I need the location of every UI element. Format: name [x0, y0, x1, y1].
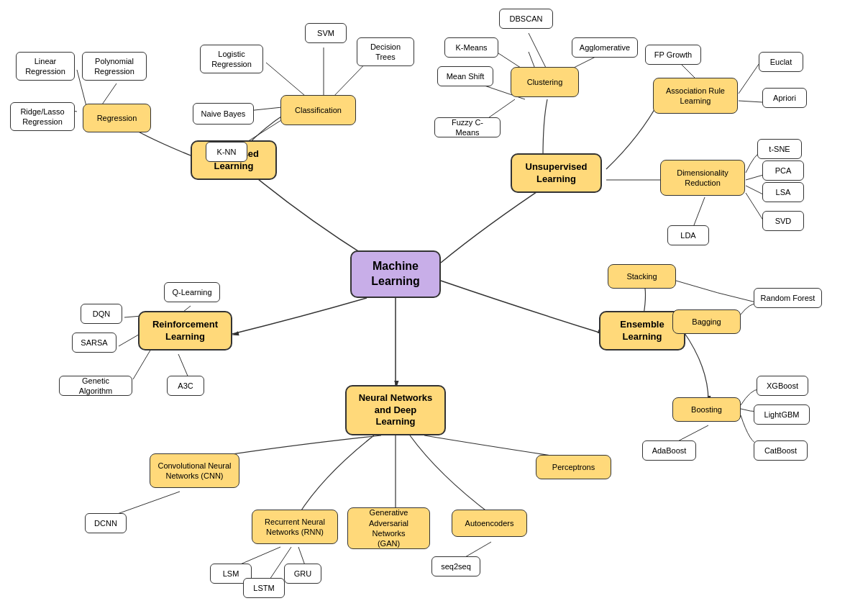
node-label-lightgbm: LightGBM [764, 410, 800, 420]
node-pca: PCA [762, 160, 804, 181]
node-assoc-rule: Association RuleLearning [653, 78, 738, 114]
node-fuzzy-cmeans: Fuzzy C-Means [434, 117, 501, 137]
node-label-classification: Classification [295, 105, 342, 115]
node-decision-trees: DecisionTrees [357, 37, 414, 66]
node-tsne: t-SNE [757, 139, 802, 159]
node-label-lda: LDA [680, 230, 695, 240]
node-clustering: Clustering [511, 67, 579, 97]
node-label-agglomerative: Agglomerative [580, 42, 630, 53]
node-perceptrons: Perceptrons [536, 455, 611, 479]
node-linear-reg: LinearRegression [16, 52, 75, 81]
node-label-svd: SVD [775, 216, 792, 226]
node-a3c: A3C [167, 376, 204, 396]
node-label-ridge-lasso: Ridge/LassoRegression [20, 107, 64, 127]
node-logistic-reg: LogisticRegression [200, 45, 263, 73]
node-label-stacking: Stacking [626, 271, 657, 281]
svg-line-3 [266, 63, 309, 99]
node-label-pca: PCA [775, 166, 792, 176]
node-dim-reduction: DimensionalityReduction [660, 160, 745, 196]
node-label-a3c: A3C [178, 381, 193, 391]
node-genetic: Genetic Algorithm [59, 376, 132, 396]
node-cnn: Convolutional NeuralNetworks (CNN) [150, 453, 239, 488]
node-label-boosting: Boosting [691, 404, 722, 415]
node-label-regression: Regression [97, 113, 137, 123]
node-label-machine-learning: Machine Learning [362, 259, 429, 289]
node-label-poly-reg: PolynomialRegression [94, 56, 134, 77]
node-label-svm: SVM [317, 28, 334, 38]
node-lda: LDA [667, 225, 709, 245]
node-label-random-forest: Random Forest [761, 293, 816, 303]
node-classification: Classification [280, 95, 356, 125]
node-knn: K-NN [206, 142, 247, 162]
node-boosting: Boosting [672, 397, 741, 422]
node-label-logistic-reg: LogisticRegression [211, 49, 252, 70]
node-svd: SVD [762, 211, 804, 231]
node-label-apriori: Apriori [773, 93, 796, 103]
node-regression: Regression [83, 104, 151, 132]
svg-line-20 [693, 197, 705, 229]
node-label-perceptrons: Perceptrons [552, 462, 595, 472]
node-q-learning: Q-Learning [164, 282, 220, 302]
node-autoencoders: Autoencoders [452, 510, 527, 537]
node-label-fp-growth: FP Growth [654, 50, 692, 60]
mindmap-canvas: Machine Learning SupervisedLearning Unsu… [0, 0, 868, 606]
node-stacking: Stacking [608, 264, 676, 289]
node-rnn: Recurrent NeuralNetworks (RNN) [252, 510, 338, 544]
node-dcnn: DCNN [85, 513, 127, 533]
node-label-assoc-rule: Association RuleLearning [666, 86, 725, 107]
node-neural-networks: Neural Networksand DeepLearning [345, 385, 446, 435]
node-svm: SVM [305, 23, 347, 43]
node-label-gru: GRU [294, 569, 311, 579]
node-lstm: LSTM [243, 578, 285, 598]
node-label-dbscan: DBSCAN [510, 14, 543, 24]
node-label-lsm: LSM [223, 569, 239, 579]
node-label-tsne: t-SNE [769, 144, 790, 154]
node-reinforcement: ReinforcementLearning [138, 311, 232, 351]
node-label-lsa: LSA [776, 187, 791, 197]
node-dbscan: DBSCAN [499, 9, 553, 29]
node-label-kmeans: K-Means [455, 42, 487, 53]
node-fp-growth: FP Growth [645, 45, 701, 65]
node-apriori: Apriori [762, 88, 807, 108]
svg-line-27 [133, 349, 151, 379]
node-catboost: CatBoost [754, 440, 808, 461]
node-label-unsupervised: UnsupervisedLearning [526, 161, 588, 186]
node-label-dqn: DQN [93, 309, 110, 319]
node-label-adaboost: AdaBoost [652, 446, 687, 456]
node-label-dim-reduction: DimensionalityReduction [677, 168, 728, 189]
node-label-decision-trees: DecisionTrees [370, 42, 401, 63]
node-euclat: Euclat [759, 52, 803, 72]
node-label-euclat: Euclat [770, 57, 792, 67]
node-label-bagging: Bagging [692, 317, 721, 327]
node-label-neural-networks: Neural Networksand DeepLearning [359, 392, 433, 429]
node-label-cnn: Convolutional NeuralNetworks (CNN) [157, 461, 231, 481]
node-mean-shift: Mean Shift [437, 66, 493, 86]
node-label-seq2seq: seq2seq [441, 561, 471, 571]
node-dqn: DQN [81, 304, 122, 324]
node-label-xgboost: XGBoost [767, 381, 798, 391]
node-sarsa: SARSA [72, 333, 117, 353]
node-label-linear-reg: LinearRegression [25, 56, 65, 77]
node-random-forest: Random Forest [754, 288, 822, 308]
node-seq2seq: seq2seq [431, 556, 480, 576]
svg-line-15 [739, 101, 762, 102]
node-label-knn: K-NN [217, 147, 237, 157]
node-label-reinforcement: ReinforcementLearning [152, 319, 218, 343]
node-label-q-learning: Q-Learning [172, 287, 211, 297]
node-label-gan: GenerativeAdversarial Networks(GAN) [354, 507, 424, 548]
node-xgboost: XGBoost [757, 376, 808, 396]
node-gan: GenerativeAdversarial Networks(GAN) [347, 507, 430, 549]
node-gru: GRU [284, 564, 321, 584]
node-label-genetic: Genetic Algorithm [65, 376, 126, 397]
node-label-fuzzy-cmeans: Fuzzy C-Means [441, 117, 494, 138]
node-kmeans: K-Means [444, 37, 498, 58]
node-lsa: LSA [762, 182, 804, 202]
node-agglomerative: Agglomerative [572, 37, 638, 58]
node-label-sarsa: SARSA [81, 338, 107, 348]
node-label-lstm: LSTM [253, 583, 274, 593]
node-lightgbm: LightGBM [754, 404, 810, 425]
node-label-clustering: Clustering [527, 77, 563, 87]
node-label-catboost: CatBoost [764, 446, 797, 456]
node-ridge-lasso: Ridge/LassoRegression [10, 102, 75, 131]
node-poly-reg: PolynomialRegression [82, 52, 147, 81]
